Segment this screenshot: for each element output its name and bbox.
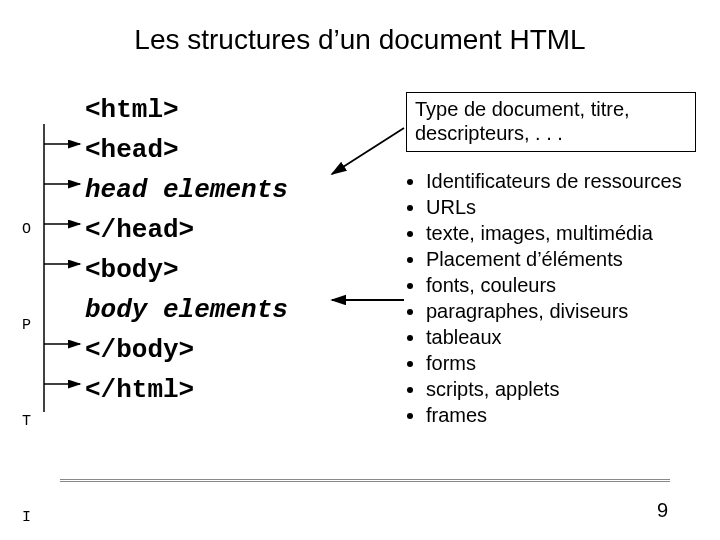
- list-item: Placement d’éléments: [426, 246, 710, 272]
- list-item: paragraphes, diviseurs: [426, 298, 710, 324]
- code-block: <html> <head> head elements </head> <bod…: [85, 90, 288, 410]
- list-item: texte, images, multimédia: [426, 220, 710, 246]
- page-number: 9: [657, 499, 668, 522]
- code-line: <body>: [85, 250, 288, 290]
- code-line-italic: head elements: [85, 170, 288, 210]
- annotation-box: Type de document, titre, descripteurs, .…: [406, 92, 696, 152]
- vertical-optional-label: O P T I O N E L: [22, 150, 40, 540]
- vlabel-char: I: [22, 502, 40, 534]
- list-item: Identificateurs de ressources: [426, 168, 710, 194]
- list-item: forms: [426, 350, 710, 376]
- list-item: scripts, applets: [426, 376, 710, 402]
- list-item: tableaux: [426, 324, 710, 350]
- bullet-list: Identificateurs de ressources URLs texte…: [408, 168, 710, 428]
- list-item: URLs: [426, 194, 710, 220]
- code-line: </html>: [85, 370, 288, 410]
- annotation-text: Type de document, titre, descripteurs, .…: [415, 98, 630, 144]
- code-line: </head>: [85, 210, 288, 250]
- list-item: frames: [426, 402, 710, 428]
- code-line-italic: body elements: [85, 290, 288, 330]
- vlabel-char: P: [22, 310, 40, 342]
- code-line: </body>: [85, 330, 288, 370]
- divider: [60, 479, 670, 482]
- code-line: <head>: [85, 130, 288, 170]
- vlabel-char: T: [22, 406, 40, 438]
- code-line: <html>: [85, 90, 288, 130]
- vlabel-char: O: [22, 214, 40, 246]
- svg-line-6: [332, 128, 404, 174]
- slide-title: Les structures d’un document HTML: [0, 24, 720, 56]
- list-item: fonts, couleurs: [426, 272, 710, 298]
